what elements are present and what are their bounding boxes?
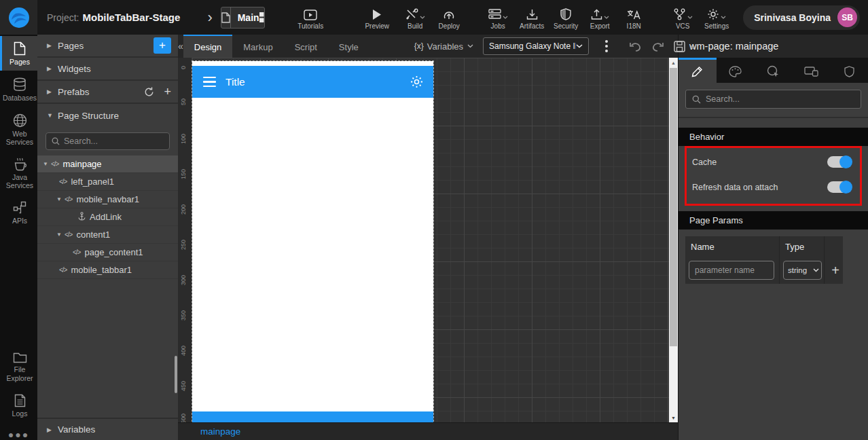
add-prefab-icon[interactable]: + — [164, 85, 171, 99]
phone-navbar[interactable]: Title — [192, 66, 433, 98]
artifacts-icon — [526, 5, 538, 20]
tree-item-addlink[interactable]: AddLink — [37, 208, 178, 226]
properties-panel-title: wm-page: mainpage — [679, 35, 868, 58]
page-icon — [221, 7, 231, 28]
collapse-right-panel-icon[interactable]: » — [690, 35, 695, 58]
project-breadcrumb: Project:MobileTabBar-Stage — [47, 12, 180, 23]
pages-icon — [14, 41, 26, 56]
i18n-button[interactable]: I18N — [619, 5, 648, 30]
add-page-button[interactable]: + — [153, 37, 171, 54]
tutorials-button[interactable]: Tutorials — [296, 5, 325, 30]
tree-item-mobile-tabbar1[interactable]: </> mobile_tabbar1 — [37, 261, 178, 279]
scroll-up-icon[interactable]: ▲ — [669, 58, 678, 67]
properties-search-input[interactable] — [706, 94, 842, 104]
wavemaker-logo[interactable] — [0, 0, 37, 35]
design-canvas[interactable]: 0 50 100 150 200 250 300 350 400 450 500… — [178, 58, 678, 422]
variables-dropdown[interactable]: {x} Variables — [414, 35, 473, 58]
deploy-button[interactable]: Deploy — [435, 5, 463, 30]
databases-icon — [13, 77, 26, 92]
variables-section-header[interactable]: ▶ Variables — [37, 418, 178, 440]
add-param-button[interactable]: + — [828, 263, 843, 278]
phone-tabbar[interactable] — [192, 411, 433, 422]
user-name: Srinivasa Boyina — [754, 12, 831, 23]
page-selector[interactable]: Main — [221, 7, 265, 29]
device-select[interactable]: Samsung Galaxy Note III — [483, 37, 589, 55]
widget-code-icon: </> — [59, 266, 67, 274]
param-type-select[interactable]: string — [783, 261, 822, 280]
canvas-scroll-thumb[interactable] — [670, 68, 677, 346]
deploy-icon — [442, 5, 456, 20]
page-selector-value: Main — [231, 12, 259, 23]
build-button[interactable]: Build — [401, 5, 429, 30]
param-name-input[interactable] — [689, 261, 774, 280]
tab-script[interactable]: Script — [284, 35, 328, 58]
save-icon[interactable] — [669, 41, 690, 52]
refresh-data-toggle[interactable] — [827, 181, 852, 193]
widget-code-icon: </> — [73, 249, 80, 256]
open-page-tab-mainpage[interactable]: mainpage — [200, 426, 240, 437]
scroll-down-icon[interactable]: ▼ — [669, 413, 678, 422]
tree-item-left-panel1[interactable]: </> left_panel1 — [37, 173, 178, 191]
grid-view-icon[interactable] — [259, 12, 266, 22]
tab-markup[interactable]: Markup — [232, 35, 283, 58]
tab-styles[interactable] — [717, 58, 755, 83]
tree-item-page-content1[interactable]: </> page_content1 — [37, 244, 178, 261]
settings-button[interactable]: Settings — [702, 5, 731, 30]
export-button[interactable]: Export — [585, 5, 614, 30]
prefabs-section-header[interactable]: ▶ Prefabs + — [37, 81, 178, 104]
redo-icon[interactable] — [647, 41, 669, 52]
tab-security[interactable] — [830, 58, 868, 83]
collapse-left-panel-icon[interactable]: « — [178, 35, 183, 58]
left-panel-scrollbar[interactable] — [175, 356, 177, 393]
sidebar-item-databases[interactable]: Databases — [0, 72, 37, 107]
tree-item-mainpage[interactable]: ▼ </> mainpage — [37, 155, 178, 173]
preview-icon — [372, 5, 382, 20]
sidebar-item-file-explorer[interactable]: File Explorer — [0, 346, 37, 386]
more-options-icon[interactable]: ●●● — [0, 422, 37, 440]
java-services-cup-icon — [13, 158, 27, 171]
phone-page-title: Title — [225, 76, 410, 88]
page-structure-search-input[interactable] — [64, 136, 159, 146]
tab-events[interactable] — [755, 58, 793, 83]
tree-caret-icon[interactable]: ▼ — [56, 232, 65, 238]
sidebar-item-logs[interactable]: Logs — [0, 388, 37, 422]
sidebar-item-apis[interactable]: APIs — [0, 196, 37, 230]
type-select-caret-icon — [813, 268, 819, 272]
page-params-input-row: string + — [685, 257, 843, 284]
pages-section-header[interactable]: ▶ Pages + — [37, 35, 178, 58]
tree-caret-icon[interactable]: ▼ — [56, 196, 65, 202]
cache-label: Cache — [692, 158, 717, 167]
sidebar-item-pages[interactable]: Pages — [0, 36, 37, 71]
more-actions-kebab-icon[interactable] — [602, 40, 611, 52]
security-button[interactable]: Security — [551, 5, 580, 30]
jobs-button[interactable]: Jobs — [484, 5, 512, 30]
hamburger-menu-icon[interactable] — [203, 77, 216, 88]
page-structure-section-header[interactable]: ▼ Page Structure — [37, 104, 178, 127]
canvas-scrollbar[interactable]: ▲ ▼ — [669, 58, 678, 422]
column-type: Type — [779, 236, 824, 257]
devices-icon — [804, 67, 818, 77]
phone-mockup[interactable]: Title — [192, 61, 433, 422]
settings-gear-icon — [707, 8, 719, 20]
artifacts-button[interactable]: Artifacts — [518, 5, 546, 30]
user-menu[interactable]: Srinivasa Boyina SB — [743, 5, 860, 30]
vcs-button[interactable]: VCS — [668, 5, 697, 30]
refresh-prefabs-icon[interactable] — [144, 87, 154, 97]
widget-code-icon: </> — [65, 196, 72, 203]
tab-devices[interactable] — [792, 58, 830, 83]
undo-icon[interactable] — [624, 41, 647, 52]
tree-item-mobile-navbar1[interactable]: ▼ </> mobile_navbar1 — [37, 191, 178, 208]
tree-item-content1[interactable]: ▼ </> content1 — [37, 226, 178, 244]
tab-style[interactable]: Style — [328, 35, 369, 58]
tree-caret-icon[interactable]: ▼ — [43, 161, 51, 167]
sidebar-item-java-services[interactable]: Java Services — [0, 152, 37, 194]
properties-search-wrap — [679, 83, 868, 118]
widgets-section-header[interactable]: ▶ Widgets — [37, 58, 178, 81]
cache-toggle[interactable] — [827, 156, 852, 168]
preview-button[interactable]: Preview — [363, 5, 391, 30]
sidebar-item-web-services[interactable]: Web Services — [0, 108, 37, 151]
phone-settings-gear-icon[interactable] — [410, 75, 424, 89]
tab-design[interactable]: Design — [183, 35, 232, 58]
behavior-section-header: Behavior — [679, 128, 868, 146]
tab-properties[interactable] — [679, 58, 717, 83]
